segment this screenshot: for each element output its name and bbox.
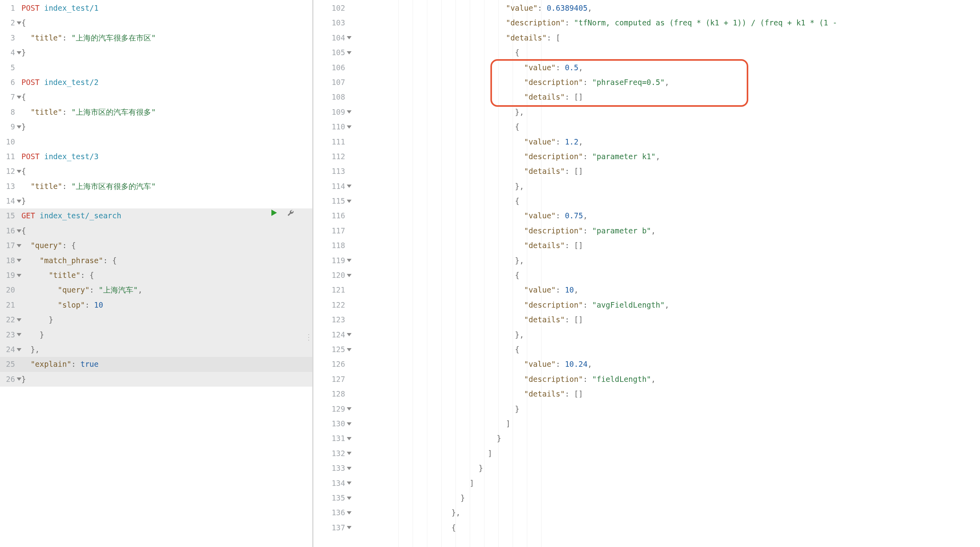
code-content: "value": 1.2, — [348, 135, 980, 149]
code-line[interactable]: 3 "title": "上海的汽车很多在市区" — [0, 31, 312, 45]
code-content: "details": [] — [348, 90, 980, 104]
line-number: 23 — [0, 327, 17, 342]
code-content: POST index_test/2 — [17, 75, 312, 90]
line-number: 9 — [0, 119, 17, 134]
line-number: 18 — [0, 253, 17, 268]
code-line[interactable]: 5 — [0, 60, 312, 75]
line-number: 11 — [0, 149, 17, 164]
code-line[interactable]: 23 } — [0, 327, 312, 342]
code-line: 112 "description": "parameter k1", — [313, 149, 980, 164]
code-line: 126 "value": 10.24, — [313, 357, 980, 372]
code-content: ] — [348, 476, 980, 491]
code-line[interactable]: 17 "query": { — [0, 238, 312, 253]
code-line[interactable]: 24 }, — [0, 342, 312, 357]
line-number: 126 — [313, 357, 348, 372]
code-content: } — [348, 491, 980, 505]
code-line: 127 "description": "fieldLength", — [313, 372, 980, 387]
code-line: 109 }, — [313, 105, 980, 119]
svg-marker-0 — [271, 210, 277, 216]
line-number: 13 — [0, 179, 17, 194]
code-content: "query": { — [17, 238, 312, 253]
code-line[interactable]: 9} — [0, 119, 312, 134]
line-number: 6 — [0, 75, 17, 90]
code-line: 111 "value": 1.2, — [313, 135, 980, 149]
code-content: { — [17, 90, 312, 104]
code-line[interactable]: 18 "match_phrase": { — [0, 253, 312, 268]
code-line[interactable]: 6POST index_test/2 — [0, 75, 312, 90]
code-content: } — [17, 327, 312, 342]
line-number: 129 — [313, 402, 348, 416]
code-line[interactable]: 19 "title": { — [0, 268, 312, 283]
app-root: 1POST index_test/12{3 "title": "上海的汽车很多在… — [0, 0, 980, 547]
code-line[interactable]: 26} — [0, 372, 312, 387]
line-number: 19 — [0, 268, 17, 283]
code-content: "details": [] — [348, 312, 980, 327]
code-content: }, — [348, 105, 980, 119]
line-number: 21 — [0, 298, 17, 312]
line-number: 125 — [313, 342, 348, 357]
line-number: 24 — [0, 342, 17, 357]
code-line: 118 "details": [] — [313, 238, 980, 253]
code-content: POST index_test/3 — [17, 149, 312, 164]
code-line[interactable]: 11POST index_test/3 — [0, 149, 312, 164]
code-line: 102 "value": 0.6389405, — [313, 1, 980, 15]
line-number: 130 — [313, 416, 348, 431]
run-request-icon[interactable] — [270, 209, 278, 219]
code-content: "description": "avgFieldLength", — [348, 298, 980, 312]
line-number: 106 — [313, 60, 348, 75]
line-number: 135 — [313, 491, 348, 505]
line-number: 113 — [313, 164, 348, 179]
code-line[interactable]: 25 "explain": true — [0, 357, 312, 372]
request-settings-icon[interactable] — [287, 209, 295, 219]
code-line[interactable]: 20 "query": "上海汽车", — [0, 283, 312, 297]
code-content: "details": [] — [348, 387, 980, 401]
code-line[interactable]: 7{ — [0, 90, 312, 104]
code-content: ] — [348, 416, 980, 431]
code-line: 132 ] — [313, 446, 980, 461]
code-content: } — [17, 372, 312, 387]
line-number: 2 — [0, 15, 17, 30]
code-line: 134 ] — [313, 476, 980, 491]
code-line[interactable]: 10 — [0, 135, 312, 149]
line-number: 112 — [313, 149, 348, 164]
line-number: 110 — [313, 119, 348, 134]
pane-resize-handle[interactable]: ⋮ — [305, 336, 313, 338]
code-content: "details": [] — [348, 164, 980, 179]
code-line[interactable]: 13 "title": "上海市区有很多的汽车" — [0, 179, 312, 194]
code-content: }, — [17, 342, 312, 357]
line-number: 128 — [313, 387, 348, 401]
code-line[interactable]: 4} — [0, 45, 312, 60]
code-content: "description": "parameter k1", — [348, 149, 980, 164]
code-line[interactable]: 12{ — [0, 164, 312, 179]
line-number: 127 — [313, 372, 348, 387]
code-line[interactable]: 22 } — [0, 312, 312, 327]
code-line[interactable]: 1POST index_test/1 — [0, 1, 312, 15]
code-line[interactable]: 16{ — [0, 223, 312, 238]
code-line[interactable]: 21 "slop": 10 — [0, 298, 312, 312]
code-content: "title": "上海市区的汽车有很多" — [17, 105, 312, 119]
line-number: 124 — [313, 327, 348, 342]
code-content: "description": "parameter b", — [348, 223, 980, 238]
code-line: 119 }, — [313, 253, 980, 268]
code-line[interactable]: 8 "title": "上海市区的汽车有很多" — [0, 105, 312, 119]
code-content: "value": 10, — [348, 283, 980, 297]
code-line: 135 } — [313, 491, 980, 505]
code-line: 124 }, — [313, 327, 980, 342]
code-content: "explain": true — [17, 357, 312, 372]
line-number: 120 — [313, 268, 348, 283]
code-content: "description": "fieldLength", — [348, 372, 980, 387]
line-number: 25 — [0, 357, 17, 372]
line-number: 108 — [313, 90, 348, 104]
line-number: 123 — [313, 312, 348, 327]
code-line[interactable]: 14} — [0, 194, 312, 208]
code-line[interactable]: 2{ — [0, 15, 312, 30]
code-content: }, — [348, 253, 980, 268]
line-number: 137 — [313, 520, 348, 535]
code-line[interactable]: 15GET index_test/_search — [0, 208, 312, 223]
response-viewer-pane[interactable]: 102 "value": 0.6389405,103 "description"… — [313, 0, 980, 547]
code-line: 114 }, — [313, 179, 980, 194]
code-content: } — [17, 45, 312, 60]
request-editor[interactable]: 1POST index_test/12{3 "title": "上海的汽车很多在… — [0, 0, 312, 387]
request-editor-pane[interactable]: 1POST index_test/12{3 "title": "上海的汽车很多在… — [0, 0, 313, 547]
line-number: 20 — [0, 283, 17, 297]
